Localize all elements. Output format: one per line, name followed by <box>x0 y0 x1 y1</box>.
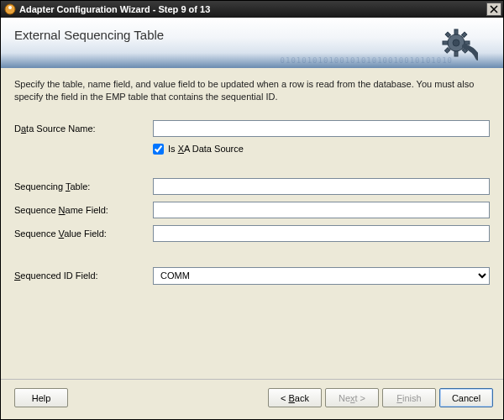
app-icon <box>4 3 16 15</box>
footer: Help < Back Next > Finish Cancel <box>1 379 503 416</box>
titlebar: Adapter Configuration Wizard - Step 9 of… <box>1 1 503 18</box>
row-is-xa: Is XA Data Source <box>153 144 490 155</box>
svg-rect-6 <box>443 41 448 45</box>
label-sequenced-id-field: Sequenced ID Field: <box>14 270 153 281</box>
is-xa-checkbox[interactable] <box>153 144 164 155</box>
instruction-text: Specify the table, name field, and value… <box>14 78 490 103</box>
row-data-source-name: Data Source Name: <box>14 120 490 137</box>
svg-point-1 <box>8 6 12 9</box>
window-title: Adapter Configuration Wizard - Step 9 of… <box>19 4 486 14</box>
row-sequenced-id-field: Sequenced ID Field: COMM <box>14 267 490 285</box>
svg-rect-4 <box>454 29 458 34</box>
sequencing-table-input[interactable] <box>153 178 490 195</box>
svg-point-3 <box>453 39 459 46</box>
gear-icon <box>438 24 478 66</box>
page-title: External Sequencing Table <box>14 28 490 42</box>
next-button[interactable]: Next > <box>325 388 379 407</box>
data-source-name-input[interactable] <box>153 120 490 137</box>
help-button[interactable]: Help <box>14 388 68 407</box>
content-area: Specify the table, name field, and value… <box>1 68 503 379</box>
finish-button[interactable]: Finish <box>382 388 436 407</box>
row-sequence-value-field: Sequence Value Field: <box>14 225 490 242</box>
sequenced-id-field-select[interactable]: COMM <box>153 267 490 285</box>
sequence-value-field-input[interactable] <box>153 225 490 242</box>
close-button[interactable] <box>486 3 501 16</box>
svg-rect-11 <box>444 48 449 53</box>
row-sequence-name-field: Sequence Name Field: <box>14 202 490 218</box>
row-sequencing-table: Sequencing Table: <box>14 178 490 195</box>
label-is-xa: Is XA Data Source <box>168 144 244 154</box>
label-data-source-name: Data Source Name: <box>14 123 153 134</box>
label-sequencing-table: Sequencing Table: <box>14 181 153 192</box>
header-banner: External Sequencing Table 01010101010010… <box>1 18 503 68</box>
binary-decoration: 01010101010010101010010010101010 <box>281 56 453 65</box>
label-sequence-name-field: Sequence Name Field: <box>14 205 153 215</box>
label-sequence-value-field: Sequence Value Field: <box>14 228 153 239</box>
sequence-name-field-input[interactable] <box>153 202 490 218</box>
back-button[interactable]: < Back <box>268 388 322 407</box>
cancel-button[interactable]: Cancel <box>439 388 493 407</box>
svg-rect-5 <box>454 51 458 56</box>
